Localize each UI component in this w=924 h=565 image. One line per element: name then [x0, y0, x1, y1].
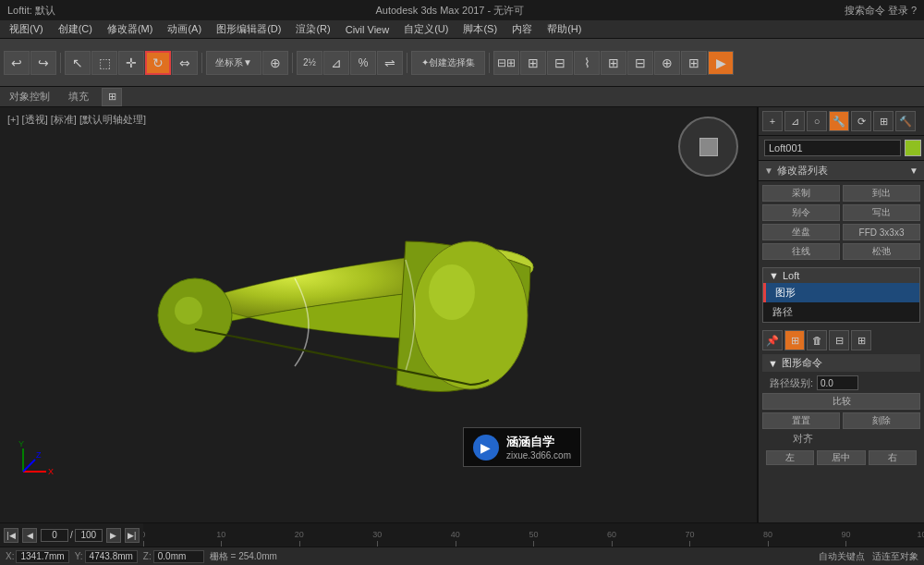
scale-button[interactable]: ⇔	[172, 51, 198, 75]
spinner-snap-button[interactable]: ⇌	[377, 51, 403, 75]
watermark: ▶ 涵涵自学 zixue.3d66.com	[463, 427, 581, 467]
align-right-btn[interactable]: 右	[869, 450, 917, 465]
menu-content[interactable]: 内容	[506, 21, 538, 37]
tl-tick-label-80: 80	[763, 530, 772, 539]
cancel-btn[interactable]: 到出	[843, 185, 920, 202]
skin-btn[interactable]: 松弛	[843, 243, 920, 260]
menu-civil-view[interactable]: Civil View	[340, 23, 395, 36]
loft-item-shape[interactable]: 图形	[763, 283, 919, 302]
mod-stack-active-icon[interactable]: ⊞	[784, 330, 805, 350]
tl-tick-label-40: 40	[451, 530, 460, 539]
menu-scripting[interactable]: 脚本(S)	[457, 21, 503, 37]
tl-tick-label-90: 90	[841, 530, 850, 539]
mod-stack-pin-icon[interactable]: 📌	[762, 330, 783, 350]
collapse-btn[interactable]: 坐盘	[762, 224, 840, 240]
tl-current-frame[interactable]	[41, 529, 68, 542]
align-button[interactable]: ⊞	[520, 51, 546, 75]
sub-tool-icon[interactable]: ⊞	[102, 88, 122, 106]
mod-stack-copy-icon[interactable]: ⊞	[851, 330, 871, 350]
mod-stack-collapse-icon[interactable]: ⊟	[829, 330, 849, 350]
loft-arrow: ▼	[769, 270, 779, 281]
mod-stack-trash-icon[interactable]: 🗑	[807, 330, 827, 350]
status-bar: X: 1341.7mm Y: 4743.8mm Z: 0.0mm 栅格 = 25…	[0, 547, 924, 565]
graph-button[interactable]: ⊞	[601, 51, 626, 75]
pin-btn[interactable]: 往线	[762, 243, 840, 260]
fig-cmd-label: 图形命令	[782, 356, 822, 370]
reference-coord-button[interactable]: 坐标系▼	[206, 51, 261, 75]
path-level-input[interactable]	[817, 375, 858, 390]
menu-bar: 视图(V) 创建(C) 修改器(M) 动画(A) 图形编辑器(D) 渲染(R) …	[0, 20, 924, 39]
schematic-button[interactable]: ⊟	[627, 51, 653, 75]
ffd-btn[interactable]: FFD 3x3x3	[843, 224, 920, 240]
rp-create-icon[interactable]: +	[762, 111, 783, 131]
loft-item-path[interactable]: 路径	[763, 302, 919, 322]
tl-forward-btn[interactable]: ▶	[106, 528, 121, 543]
modifier-list-header[interactable]: ▼ 修改器列表 ▼	[759, 161, 924, 181]
object-name-input[interactable]	[764, 140, 901, 156]
toolbar-group-right: ⊟⊞ ⊞ ⊟ ⌇ ⊞ ⊟ ⊕ ⊞ ▶	[493, 51, 734, 75]
menu-help[interactable]: 帮助(H)	[541, 21, 587, 37]
select-region-button[interactable]: ⬚	[91, 51, 117, 75]
delete-btn[interactable]: 刻除	[843, 412, 920, 429]
menu-modifier[interactable]: 修改器(M)	[102, 21, 159, 37]
align-left-btn[interactable]: 左	[766, 450, 814, 465]
sep5	[489, 53, 490, 73]
tl-total-frames[interactable]	[75, 529, 103, 542]
tl-back-btn[interactable]: ◀	[22, 528, 37, 543]
menu-customize[interactable]: 自定义(U)	[398, 21, 454, 37]
tl-tick-label-20: 20	[295, 530, 304, 539]
create-selection-button[interactable]: ✦创建选择集	[411, 51, 485, 75]
rp-motion-icon[interactable]: ⟳	[851, 111, 871, 131]
menu-graph-editor[interactable]: 图形编辑器(D)	[211, 21, 286, 37]
fill-item[interactable]: 填充	[63, 90, 94, 104]
viewport[interactable]: [+] [透视] [标准] [默认明轴处理]	[0, 107, 758, 522]
timeline-controls: |◀ ◀ / ▶ ▶|	[0, 528, 143, 543]
tl-prev-btn[interactable]: |◀	[4, 528, 18, 543]
redo-button[interactable]: ↪	[30, 51, 56, 75]
object-control-item[interactable]: 对象控制	[4, 90, 55, 104]
modifier-stack-icons: 📌 ⊞ 🗑 ⊟ ⊞	[759, 326, 924, 354]
compare-btn[interactable]: 比较	[762, 393, 920, 410]
status-left: 自动关键点	[819, 550, 865, 563]
move-button[interactable]: ✛	[118, 51, 144, 75]
rp-shapes-icon[interactable]: ○	[807, 111, 827, 131]
rp-geometry-icon[interactable]: ⊿	[784, 111, 805, 131]
menu-view[interactable]: 视图(V)	[4, 21, 49, 37]
align-center-btn[interactable]: 居中	[817, 450, 865, 465]
sep4	[407, 53, 407, 73]
coord-y-value: 4743.8mm	[85, 550, 138, 563]
rp-utilities-icon[interactable]: 🔨	[895, 111, 916, 131]
snap-button[interactable]: 2½	[297, 51, 322, 75]
select-button[interactable]: ↖	[65, 51, 91, 75]
percent-snap-button[interactable]: %	[350, 51, 376, 75]
status-right: 适连至对象	[872, 550, 918, 563]
layer-button[interactable]: ⊟	[547, 51, 573, 75]
toolbar-group-snap: 2½ ⊿ % ⇌	[297, 51, 403, 75]
apply-btn[interactable]: 采制	[762, 185, 840, 202]
angle-snap-button[interactable]: ⊿	[323, 51, 349, 75]
undo-button[interactable]: ↩	[4, 51, 30, 75]
place-btn[interactable]: 置置	[762, 412, 840, 429]
menu-create[interactable]: 创建(C)	[53, 21, 98, 37]
menu-animation[interactable]: 动画(A)	[162, 21, 207, 37]
object-color-swatch[interactable]	[905, 140, 921, 156]
rp-display-icon[interactable]: ⊞	[873, 111, 894, 131]
svg-text:Z: Z	[36, 450, 42, 460]
timeline-track[interactable]: 0102030405060708090100	[143, 523, 924, 547]
curve-button[interactable]: ⌇	[574, 51, 600, 75]
tl-next-btn[interactable]: ▶|	[125, 528, 140, 543]
tl-tick-40	[456, 541, 456, 547]
rp-modifier-icon[interactable]: 🔧	[829, 111, 849, 131]
rotate-button[interactable]: ↻	[145, 51, 171, 75]
pivot-button[interactable]: ⊕	[262, 51, 288, 75]
tl-tick-80	[768, 541, 769, 547]
coord-y-field: Y: 4743.8mm	[75, 550, 138, 563]
menu-render[interactable]: 渲染(R)	[290, 21, 335, 37]
render-setup-button[interactable]: ⊞	[681, 51, 707, 75]
undo-mod-btn[interactable]: 别令	[762, 204, 840, 221]
redo-mod-btn[interactable]: 写出	[843, 204, 920, 221]
modifier-list-dropdown-icon[interactable]: ▼	[909, 166, 918, 176]
material-button[interactable]: ⊕	[654, 51, 680, 75]
render-button[interactable]: ▶	[708, 51, 734, 75]
mirror-button[interactable]: ⊟⊞	[493, 51, 519, 75]
